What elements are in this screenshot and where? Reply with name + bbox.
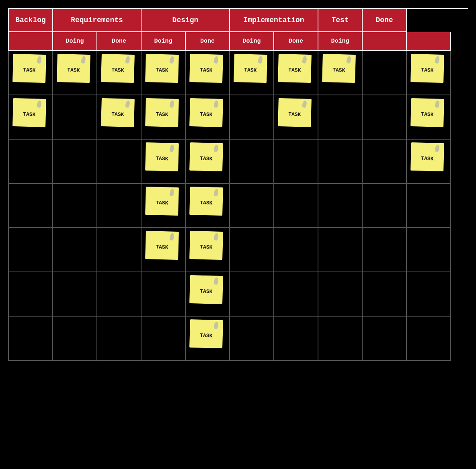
cell-r1-c9: TASK <box>407 51 451 95</box>
cell-r3-c7 <box>318 140 363 184</box>
task-r1-c5[interactable]: TASK <box>234 54 267 83</box>
sub-backlog <box>9 32 53 51</box>
cell-r3-c4: TASK <box>186 140 230 184</box>
cell-r5-c4: TASK <box>186 228 230 272</box>
cell-r2-c6: TASK <box>274 95 318 140</box>
cell-r2-c3: TASK <box>142 95 186 140</box>
sub-test-done <box>363 32 407 51</box>
cell-r5-c3: TASK <box>142 228 186 272</box>
cell-r6-c1 <box>53 272 97 317</box>
cell-r5-c7 <box>318 228 363 272</box>
task-r1-c6[interactable]: TASK <box>278 54 312 83</box>
task-r2-c9[interactable]: TASK <box>410 98 444 127</box>
cell-r5-c8 <box>363 228 407 272</box>
task-r4-c3[interactable]: TASK <box>145 187 179 216</box>
header-top: Backlog Requirements Design Implementati… <box>8 8 468 32</box>
header-backlog: Backlog <box>9 9 53 32</box>
task-r1-c9[interactable]: TASK <box>410 54 444 83</box>
cell-r1-c7: TASK <box>318 51 363 95</box>
task-r1-c1[interactable]: TASK <box>57 54 90 83</box>
task-r4-c4[interactable]: TASK <box>189 187 223 216</box>
cell-r2-c0: TASK <box>9 95 53 140</box>
cell-r2-c5 <box>230 95 274 140</box>
task-r7-c4[interactable]: TASK <box>189 319 223 348</box>
header-implementation: Implementation <box>230 9 318 32</box>
task-r3-c4[interactable]: TASK <box>189 142 223 171</box>
cell-r1-c8 <box>363 51 407 95</box>
cell-r1-c2: TASK <box>97 51 142 95</box>
cell-r2-c7 <box>318 95 363 140</box>
task-r2-c0[interactable]: TASK <box>12 98 46 127</box>
cell-r3-c8 <box>363 140 407 184</box>
cell-r3-c9: TASK <box>407 140 451 184</box>
sub-done <box>407 32 451 51</box>
task-r3-c3[interactable]: TASK <box>145 142 179 171</box>
header-design: Design <box>142 9 230 32</box>
cell-r2-c2: TASK <box>97 95 142 140</box>
cell-r3-c1 <box>53 140 97 184</box>
cell-r6-c7 <box>318 272 363 317</box>
kanban-board: Backlog Requirements Design Implementati… <box>8 8 468 361</box>
cell-r4-c4: TASK <box>186 184 230 228</box>
cell-r1-c6: TASK <box>274 51 318 95</box>
cell-r1-c3: TASK <box>142 51 186 95</box>
cell-r6-c5 <box>230 272 274 317</box>
task-r1-c3[interactable]: TASK <box>145 54 179 83</box>
cell-r5-c0 <box>9 228 53 272</box>
task-r1-c4[interactable]: TASK <box>189 54 223 83</box>
task-r1-c2[interactable]: TASK <box>101 54 135 83</box>
sub-imp-doing: Doing <box>230 32 274 51</box>
cell-r5-c2 <box>97 228 142 272</box>
cell-r3-c5 <box>230 140 274 184</box>
cell-r3-c6 <box>274 140 318 184</box>
task-r6-c4[interactable]: TASK <box>189 275 223 304</box>
cell-r4-c2 <box>97 184 142 228</box>
cell-r6-c0 <box>9 272 53 317</box>
cell-r4-c0 <box>9 184 53 228</box>
cell-r7-c6 <box>274 317 318 361</box>
sub-req-done: Done <box>97 32 142 51</box>
sub-des-doing: Doing <box>142 32 186 51</box>
header-sub: Doing Done Doing Done Doing Done Doing <box>8 32 468 51</box>
cell-r4-c1 <box>53 184 97 228</box>
cell-r7-c7 <box>318 317 363 361</box>
task-r5-c3[interactable]: TASK <box>145 231 179 260</box>
sub-test-doing: Doing <box>318 32 363 51</box>
header-done: Done <box>363 9 407 32</box>
cell-r1-c5: TASK <box>230 51 274 95</box>
task-r2-c2[interactable]: TASK <box>101 98 135 127</box>
cell-r5-c1 <box>53 228 97 272</box>
task-r3-c9[interactable]: TASK <box>410 142 444 171</box>
cell-r6-c6 <box>274 272 318 317</box>
header-test: Test <box>318 9 363 32</box>
cell-r5-c6 <box>274 228 318 272</box>
header-requirements: Requirements <box>53 9 142 32</box>
cell-r1-c1: TASK <box>53 51 97 95</box>
cell-r2-c4: TASK <box>186 95 230 140</box>
cell-r6-c3 <box>142 272 186 317</box>
sub-des-done: Done <box>186 32 230 51</box>
cell-r3-c2 <box>97 140 142 184</box>
cell-r7-c9 <box>407 317 451 361</box>
task-r2-c4[interactable]: TASK <box>189 98 223 127</box>
cell-r3-c3: TASK <box>142 140 186 184</box>
cell-r7-c8 <box>363 317 407 361</box>
cell-r1-c0: TASK <box>9 51 53 95</box>
cell-r3-c0 <box>9 140 53 184</box>
cell-r5-c5 <box>230 228 274 272</box>
cell-r2-c9: TASK <box>407 95 451 140</box>
cell-r4-c9 <box>407 184 451 228</box>
task-r1-c0[interactable]: TASK <box>12 54 46 83</box>
task-r2-c3[interactable]: TASK <box>145 98 179 127</box>
cell-r2-c8 <box>363 95 407 140</box>
cell-r7-c4: TASK <box>186 317 230 361</box>
cell-r6-c8 <box>363 272 407 317</box>
cell-r2-c1 <box>53 95 97 140</box>
cell-r4-c5 <box>230 184 274 228</box>
task-r1-c7[interactable]: TASK <box>322 54 356 83</box>
grid-body: TASK TASK TASK TASK TASK TASK TASK TASK <box>8 51 468 361</box>
cell-r6-c4: TASK <box>186 272 230 317</box>
task-r2-c6[interactable]: TASK <box>278 98 312 127</box>
task-r5-c4[interactable]: TASK <box>189 231 223 260</box>
cell-r6-c2 <box>97 272 142 317</box>
